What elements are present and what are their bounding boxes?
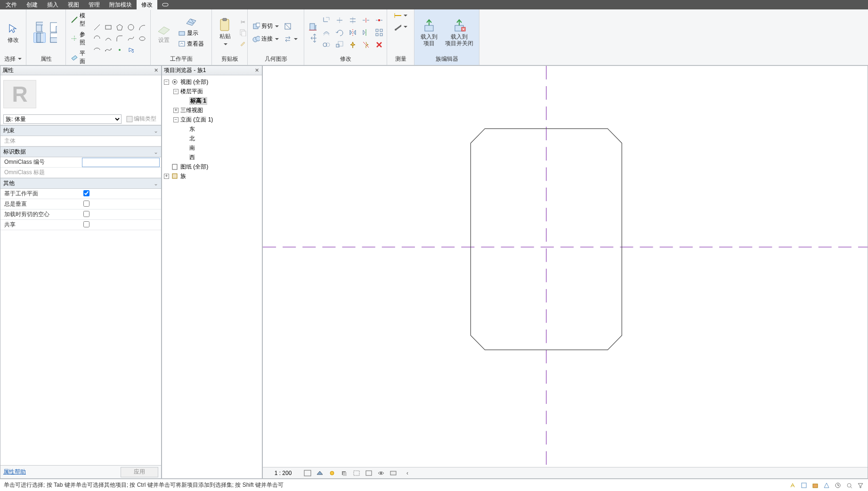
omni-num-input[interactable]: [82, 158, 159, 167]
apply-button[interactable]: 应用: [121, 467, 158, 477]
draw-spline[interactable]: [126, 33, 136, 44]
draw-ellipse-half[interactable]: [92, 45, 102, 55]
properties-toggle-4[interactable]: [48, 33, 59, 42]
copy[interactable]: [320, 39, 333, 50]
shadows-button[interactable]: [340, 469, 349, 477]
workplane-show-label[interactable]: 显示: [176, 28, 206, 38]
mirror-draw[interactable]: [360, 27, 372, 38]
tree-families[interactable]: +族: [163, 171, 261, 181]
offset[interactable]: [320, 27, 333, 38]
scale[interactable]: [333, 39, 346, 50]
draw-model-button[interactable]: 模型: [69, 11, 90, 29]
menu-create[interactable]: 创建: [22, 0, 42, 10]
load-into-project-button[interactable]: 载入到 项目: [418, 16, 440, 48]
unpin[interactable]: [360, 39, 372, 50]
align-button[interactable]: [307, 22, 318, 32]
status-icon-3[interactable]: [811, 482, 819, 489]
properties-toggle-3[interactable]: [48, 23, 59, 32]
draw-point[interactable]: [114, 45, 125, 55]
draw-polygon[interactable]: [114, 22, 125, 32]
draw-circle[interactable]: [126, 22, 136, 32]
tree-west[interactable]: 西: [163, 153, 261, 162]
type-selector[interactable]: 族: 体量: [3, 114, 122, 124]
tree-east[interactable]: 东: [163, 124, 261, 134]
crop-region-button[interactable]: [365, 469, 373, 477]
menu-insert[interactable]: 插入: [42, 0, 63, 10]
status-icon-1[interactable]: [789, 482, 796, 489]
split[interactable]: [360, 15, 372, 26]
group-ident[interactable]: 标识数据⌄: [0, 146, 161, 157]
array[interactable]: [373, 27, 385, 38]
group-constraints[interactable]: 约束⌄: [0, 125, 161, 136]
mirror-axis[interactable]: [347, 27, 359, 38]
detail-level-button[interactable]: [303, 469, 312, 477]
match-button[interactable]: [237, 38, 249, 48]
tree-south[interactable]: 南: [163, 143, 261, 153]
sun-path-button[interactable]: [328, 469, 336, 477]
properties-toggle-1[interactable]: [33, 22, 46, 32]
switch-join-icon[interactable]: [284, 35, 292, 43]
menu-extra-dropdown[interactable]: [159, 0, 178, 9]
measure-button[interactable]: [392, 22, 409, 32]
properties-close-button[interactable]: ✕: [153, 67, 159, 74]
edit-type-button[interactable]: 编辑类型: [124, 114, 158, 124]
draw-arc-center[interactable]: [92, 33, 102, 44]
status-icon-5[interactable]: [834, 482, 842, 489]
tree-north[interactable]: 北: [163, 134, 261, 143]
modify-tool-button[interactable]: 修改: [3, 20, 24, 45]
trim-multi[interactable]: [347, 15, 359, 26]
crop-view-button[interactable]: [352, 469, 361, 477]
menu-modify[interactable]: 修改: [137, 0, 157, 10]
load-close-button[interactable]: 载入到 项目并关闭: [442, 16, 476, 48]
workplane-set-button[interactable]: 设置: [154, 20, 174, 45]
tree-elevations[interactable]: −立面 (立面 1): [163, 115, 261, 124]
tree-sheets[interactable]: 图纸 (全部): [163, 162, 261, 171]
always-vertical-checkbox[interactable]: [83, 201, 89, 207]
tree-views[interactable]: −视图 (全部): [163, 77, 261, 87]
menu-manage[interactable]: 管理: [84, 0, 105, 10]
group-other[interactable]: 其他⌄: [0, 178, 161, 189]
delete[interactable]: [373, 39, 385, 50]
workplane-show-button[interactable]: [176, 16, 206, 27]
scroll-left-button[interactable]: ‹: [403, 469, 412, 477]
scale-label[interactable]: 1 : 200: [267, 470, 300, 476]
tree-level1[interactable]: 标高 1: [163, 96, 261, 105]
pin[interactable]: [347, 39, 359, 50]
activate-cut-icon[interactable]: [284, 23, 292, 30]
trim-corner[interactable]: [320, 15, 333, 26]
hide-isolate-button[interactable]: [377, 469, 385, 477]
status-icon-6[interactable]: [845, 482, 853, 489]
draw-arc-start[interactable]: [137, 22, 147, 32]
cut-geometry-button[interactable]: 剪切: [251, 21, 293, 31]
status-filter-button[interactable]: [857, 482, 864, 489]
trim-single[interactable]: [333, 15, 346, 26]
draw-pick[interactable]: [126, 45, 136, 55]
browser-close-button[interactable]: ✕: [253, 67, 260, 74]
properties-help-link[interactable]: 属性帮助: [3, 468, 26, 476]
void-on-load-checkbox[interactable]: [83, 211, 89, 217]
workplane-viewer-button[interactable]: 查看器: [176, 39, 206, 49]
rotate[interactable]: [333, 27, 346, 38]
split-gap[interactable]: [373, 15, 385, 26]
copy-button[interactable]: [237, 28, 249, 37]
visual-style-button[interactable]: [316, 469, 324, 477]
move-button[interactable]: [307, 33, 318, 43]
menu-addins[interactable]: 附加模块: [105, 0, 137, 10]
cut-button[interactable]: ✂: [237, 17, 249, 27]
menu-view[interactable]: 视图: [63, 0, 84, 10]
draw-line[interactable]: [92, 22, 102, 32]
tree-floor-plans[interactable]: −楼层平面: [163, 87, 261, 96]
draw-reference-button[interactable]: 参照: [69, 30, 90, 48]
draw-spline2[interactable]: [103, 45, 114, 55]
aligned-dim-button[interactable]: [392, 11, 409, 20]
tree-3d[interactable]: +三维视图: [163, 105, 261, 115]
workplane-based-checkbox[interactable]: [83, 190, 89, 196]
drawing-canvas[interactable]: 1 : 200 ‹: [262, 65, 868, 479]
draw-rect[interactable]: [103, 22, 114, 32]
draw-arc-tan[interactable]: [103, 33, 114, 44]
draw-fillet[interactable]: [114, 33, 125, 44]
menu-file[interactable]: 文件: [1, 0, 22, 10]
paste-button[interactable]: 粘贴: [215, 16, 235, 49]
draw-ellipse[interactable]: [137, 33, 147, 44]
join-geometry-button[interactable]: 连接: [251, 34, 300, 44]
